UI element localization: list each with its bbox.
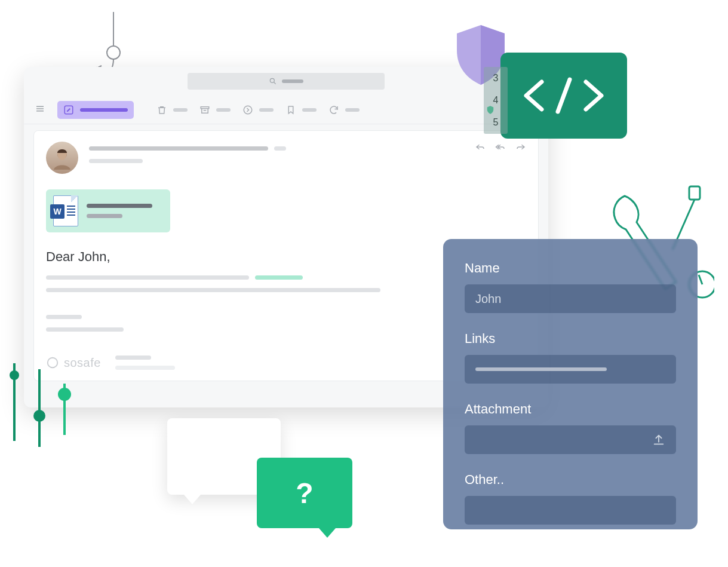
links-label: Links	[465, 331, 676, 347]
svg-rect-8	[201, 106, 209, 108]
chat-bubble-question: ?	[257, 458, 352, 528]
template-form-panel: Name John Links Attachment Other..	[443, 239, 698, 529]
name-label: Name	[465, 260, 676, 276]
code-badge-icon	[500, 53, 627, 139]
trash-icon	[156, 105, 167, 115]
email-attachment[interactable]: W	[46, 189, 170, 232]
address-search-bar[interactable]	[188, 73, 385, 90]
refresh-icon	[328, 105, 339, 115]
name-input[interactable]: John	[465, 284, 676, 313]
attachment-size	[87, 214, 122, 218]
archive-icon	[199, 105, 210, 115]
signature-line	[115, 355, 151, 360]
arrow-circle-icon	[242, 105, 253, 115]
svg-line-3	[274, 82, 276, 84]
code-line-numbers: 3 4 5	[484, 67, 508, 134]
upload-icon	[652, 433, 665, 446]
compose-label	[80, 108, 128, 112]
reply-all-button[interactable]	[495, 142, 506, 174]
reply-button[interactable]	[475, 142, 486, 174]
svg-point-1	[107, 46, 120, 59]
refresh-button[interactable]	[328, 105, 360, 115]
attachment-label: Attachment	[465, 402, 676, 417]
sender-name	[89, 146, 268, 151]
app-toolbar	[24, 96, 548, 124]
compose-icon	[63, 105, 74, 115]
sender-meta	[274, 146, 286, 151]
sliders-icon	[4, 363, 81, 453]
other-input[interactable]	[465, 496, 676, 525]
menu-button[interactable]	[35, 103, 45, 117]
signature-line	[115, 366, 175, 370]
svg-point-2	[270, 78, 274, 82]
attachment-upload[interactable]	[465, 425, 676, 454]
archive-button[interactable]	[199, 105, 231, 115]
search-icon	[269, 77, 277, 85]
sender-address	[89, 159, 143, 163]
bookmark-button[interactable]	[285, 105, 317, 115]
svg-line-12	[558, 79, 570, 112]
svg-point-18	[10, 370, 19, 380]
links-input[interactable]	[465, 355, 676, 384]
move-button[interactable]	[242, 105, 274, 115]
svg-point-22	[58, 388, 71, 401]
svg-line-14	[699, 275, 702, 284]
bookmark-icon	[285, 105, 296, 115]
compose-button[interactable]	[57, 101, 134, 119]
search-placeholder	[282, 79, 303, 83]
sender-avatar[interactable]	[46, 142, 78, 174]
forward-button[interactable]	[515, 142, 526, 174]
svg-rect-15	[689, 186, 700, 200]
other-label: Other..	[465, 472, 676, 488]
word-document-icon: W	[53, 195, 78, 226]
attachment-filename	[87, 204, 152, 208]
svg-point-20	[33, 410, 45, 422]
svg-point-9	[244, 106, 252, 114]
trash-button[interactable]	[156, 105, 188, 115]
